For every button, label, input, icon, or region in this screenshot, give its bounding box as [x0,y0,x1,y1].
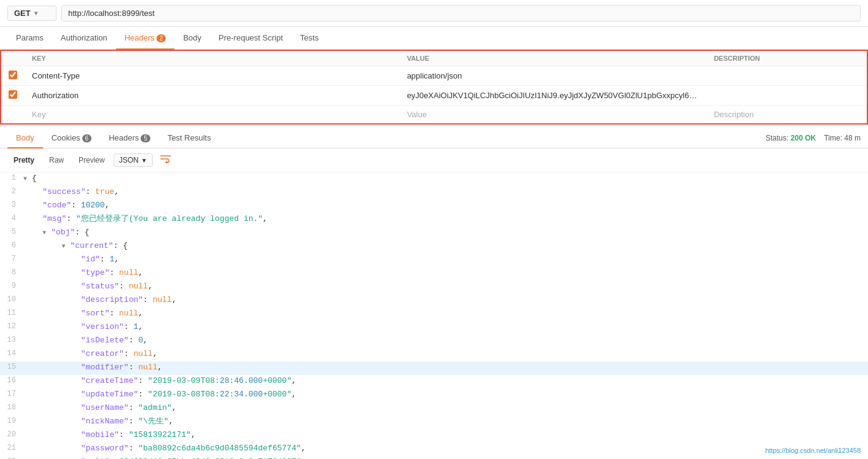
key-col-header: KEY [25,51,400,66]
pretty-button[interactable]: Pretty [7,153,41,167]
line-number: 11 [5,307,23,321]
line-content: ▼{ [23,172,863,186]
new-row-value[interactable]: Value [400,106,707,124]
tab-tests[interactable]: Tests [292,27,327,50]
method-chevron-icon: ▼ [33,10,39,17]
line-number: 3 [5,199,23,213]
line-number: 19 [5,415,23,429]
json-line: 21 "password": "ba80892c6da4b6c9d0485594… [0,442,868,456]
tab-params[interactable]: Params [7,27,52,50]
row2-checkbox-cell[interactable] [1,86,25,106]
line-number: 12 [5,321,23,334]
line-content: ▼"current": { [23,240,863,253]
json-line: 15 "modifier": null, [0,361,868,375]
format-chevron-icon: ▼ [141,157,147,164]
line-content: ▼"obj": { [23,226,863,240]
line-content: "nickName": "\先生", [23,415,863,429]
line-number: 15 [5,361,23,375]
json-line: 9 "status": null, [0,280,868,294]
method-label: GET [14,9,31,18]
tab-body[interactable]: Body [174,27,210,50]
json-line: 19 "nickName": "\先生", [0,415,868,429]
line-content: "id": 1, [23,253,863,267]
line-content: "creator": null, [23,348,863,361]
preview-button[interactable]: Preview [72,153,111,167]
headers-badge: 2 [157,34,166,42]
row2-value[interactable]: eyJ0eXAiOiJKV1QiLCJhbGciOiJIUzI1NiJ9.eyJ… [400,86,707,106]
row1-desc [707,66,867,86]
response-tabs-bar: Body Cookies6 Headers5 Test Results Stat… [0,125,868,148]
resp-tab-cookies[interactable]: Cookies6 [43,128,101,148]
tab-prerequest[interactable]: Pre-request Script [210,27,292,50]
line-content: "salt": "3d632d16-87bb-49d2-9313-3e0c717… [23,456,863,459]
tab-headers[interactable]: Headers2 [116,27,175,50]
line-content: "isDelete": 0, [23,334,863,348]
json-line: 6 ▼"current": { [0,240,868,253]
line-number: 13 [5,334,23,348]
row2-checkbox[interactable] [9,90,17,99]
json-line: 3 "code": 10200, [0,199,868,213]
headers-table: KEY VALUE DESCRIPTION Content-Type appli… [1,51,867,123]
table-row: Authorization eyJ0eXAiOiJKV1QiLCJhbGciOi… [1,86,867,106]
json-line: 4 "msg": "您已经登录了(You are already logged … [0,213,868,226]
status-info: Status: 200 OK Time: 48 m [765,134,861,142]
json-line: 5 ▼"obj": { [0,226,868,240]
status-time: 48 m [844,134,861,142]
line-content: "modifier": null, [23,361,863,375]
headers-section: KEY VALUE DESCRIPTION Content-Type appli… [0,50,868,125]
url-input[interactable] [61,5,861,21]
json-line: 16 "createTime": "2019-03-09T08:28:46.00… [0,375,868,388]
resp-tab-headers[interactable]: Headers5 [100,128,159,148]
wrap-button[interactable] [155,152,176,168]
row1-checkbox-cell[interactable] [1,66,25,86]
line-content: "createTime": "2019-03-09T08:28:46.000+0… [23,375,863,388]
line-number: 5 [5,226,23,240]
new-row-checkbox-cell [1,106,25,124]
line-content: "type": null, [23,267,863,280]
raw-button[interactable]: Raw [43,153,70,167]
new-header-row[interactable]: Key Value Description [1,106,867,124]
json-line: 10 "description": null, [0,294,868,307]
row1-key[interactable]: Content-Type [25,66,400,86]
value-col-header: VALUE [400,51,707,66]
line-content: "password": "ba80892c6da4b6c9d0485594def… [23,442,863,456]
line-number: 18 [5,402,23,415]
method-select[interactable]: GET ▼ [7,6,56,21]
line-content: "description": null, [23,294,863,307]
cookies-badge: 6 [82,134,92,142]
line-number: 17 [5,388,23,402]
row1-value[interactable]: application/json [400,66,707,86]
line-content: "sort": null, [23,307,863,321]
line-number: 8 [5,267,23,280]
format-select[interactable]: JSON ▼ [114,153,153,167]
table-row: Content-Type application/json [1,66,867,86]
checkbox-col-header [1,51,25,66]
json-line: 18 "userName": "admin", [0,402,868,415]
line-content: "status": null, [23,280,863,294]
line-number: 4 [5,213,23,226]
line-number: 16 [5,375,23,388]
json-line: 20 "mobile": "15813922171", [0,429,868,442]
line-content: "updateTime": "2019-03-08T08:22:34.000+0… [23,388,863,402]
line-number: 7 [5,253,23,267]
new-row-key[interactable]: Key [25,106,400,124]
row2-key[interactable]: Authorization [25,86,400,106]
row1-checkbox[interactable] [9,71,17,79]
new-row-desc: Description [707,106,867,124]
line-number: 6 [5,240,23,253]
json-content: 1▼{2 "success": true,3 "code": 10200,4 "… [0,172,868,459]
line-content: "success": true, [23,186,863,199]
json-line: 14 "creator": null, [0,348,868,361]
resp-tab-test-results[interactable]: Test Results [159,128,220,148]
line-content: "userName": "admin", [23,402,863,415]
format-bar: Pretty Raw Preview JSON ▼ [0,148,868,172]
line-number: 2 [5,186,23,199]
desc-col-header: DESCRIPTION [707,51,867,66]
bottom-link[interactable]: https://blog.csdn.net/anli123458 [765,447,861,454]
json-line: 13 "isDelete": 0, [0,334,868,348]
resp-tab-body[interactable]: Body [7,128,43,148]
line-number: 22 [5,456,23,459]
tab-authorization[interactable]: Authorization [52,27,116,50]
json-line: 2 "success": true, [0,186,868,199]
line-number: 9 [5,280,23,294]
